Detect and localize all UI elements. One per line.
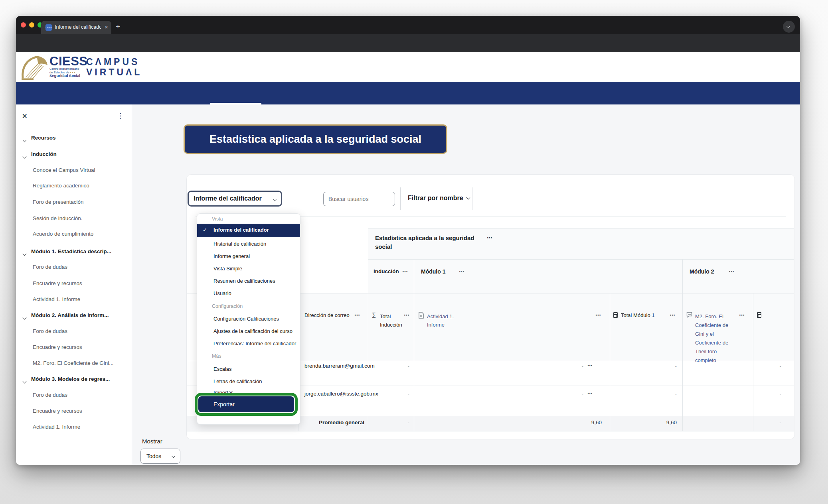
sidebar-section-recursos[interactable]: Recursos — [31, 135, 56, 141]
cell-value[interactable]: - — [559, 363, 583, 369]
col-m2-foro-menu-icon[interactable]: ⋯ — [739, 312, 745, 318]
col-total-induccion-header: Total Inducción — [380, 312, 404, 329]
cell-menu-icon[interactable]: ⋯ — [587, 362, 593, 368]
table-course-header: Estadística aplicada a la seguridad soci… — [375, 234, 479, 251]
browser-window: CIESS Informe del calificador | Estad × … — [16, 16, 800, 465]
search-users-input[interactable] — [323, 192, 395, 206]
controls-divider-2 — [472, 187, 472, 210]
check-icon: ✓ — [203, 227, 207, 233]
group-modulo1-menu-icon[interactable]: ⋯ — [459, 268, 465, 274]
page-title: Estadística aplicada a la seguridad soci… — [184, 124, 447, 154]
menu-item-vista-simple[interactable]: Vista Simple — [213, 266, 242, 272]
cell-value[interactable]: - — [761, 391, 781, 397]
minimize-window-button[interactable] — [29, 22, 34, 28]
export-highlight-box: Exportar — [195, 393, 298, 416]
browser-tab-bar: CIESS Informe del calificador | Estad × … — [16, 16, 800, 34]
new-tab-button[interactable]: + — [116, 23, 120, 30]
course-header-menu-icon[interactable]: ⋯ — [487, 234, 493, 241]
tab-search-button[interactable] — [783, 21, 795, 33]
filter-by-name-button[interactable]: Filtrar por nombre — [408, 195, 470, 202]
col-m2-foro-link[interactable]: M2. Foro. El Coeficiente de Gini y el Co… — [695, 312, 737, 365]
sidebar-item[interactable]: Reglamento académico — [33, 183, 89, 189]
sidebar-section-modulo2[interactable]: Módulo 2. Análisis de inform... — [31, 312, 109, 318]
sidebar-item[interactable]: Encuadre y recursos — [33, 408, 82, 414]
cell-value[interactable]: - — [387, 391, 409, 397]
menu-item-usuario[interactable]: Usuario — [213, 290, 231, 296]
sidebar-section-modulo3[interactable]: Módulo 3. Modelos de regres... — [31, 376, 110, 382]
menu-section-mas: Más — [212, 353, 221, 359]
cell-value[interactable]: - — [559, 391, 583, 397]
sidebar-item[interactable]: Foro de dudas — [33, 392, 67, 398]
brand-name: CIESS — [49, 55, 88, 67]
sidebar-item[interactable]: Conoce el Campus Virtual — [33, 167, 95, 173]
group-induccion: Inducción — [373, 268, 399, 274]
menu-item-letras[interactable]: Letras de calificación — [213, 378, 262, 384]
site-favicon: CIESS — [45, 24, 52, 31]
sigma-icon: ∑ — [372, 311, 376, 318]
col-total-modulo1-header: Total Módulo 1 — [621, 312, 655, 318]
sidebar-item[interactable]: Encuadre y recursos — [33, 344, 82, 350]
forum-icon — [686, 312, 692, 318]
close-drawer-icon[interactable]: × — [22, 112, 27, 120]
cell-value[interactable]: - — [761, 363, 781, 369]
menu-item-historial[interactable]: Historial de calificación — [213, 241, 266, 247]
col-actividad1-link[interactable]: Actividad 1. Informe — [427, 312, 460, 329]
assignment-icon — [418, 312, 424, 319]
menu-item-informe-general[interactable]: Informe general — [213, 253, 250, 259]
show-select[interactable]: Todos — [140, 449, 180, 464]
menu-item-exportar[interactable]: Exportar — [198, 396, 294, 412]
sidebar-item[interactable]: Actividad 1. Informe — [33, 296, 80, 302]
col-actividad1-menu-icon[interactable]: ⋯ — [595, 312, 601, 318]
show-label: Mostrar — [142, 438, 162, 445]
menu-item-resumen[interactable]: Resumen de calificaciones — [213, 278, 275, 284]
site-header: CIESS Centro Interamericano de Estudios … — [16, 52, 800, 82]
col-total-modulo1-menu-icon[interactable]: ⋯ — [670, 312, 676, 318]
tab-close-icon[interactable]: × — [105, 24, 108, 30]
footer-value: 9,60 — [651, 419, 677, 425]
footer-value: 9,60 — [575, 419, 602, 425]
sidebar-item[interactable]: M2. Foro. El Coeficiente de Gini... — [33, 360, 114, 366]
campus-virtual-logo: CΛMPUS VIRTUΛL — [86, 57, 142, 77]
sidebar-item[interactable]: Actividad 1. Informe — [33, 424, 80, 430]
report-view-select[interactable]: Informe del calificador — [188, 191, 282, 207]
controls-divider — [400, 187, 401, 210]
sidebar-section-induccion[interactable]: Inducción — [31, 151, 57, 157]
menu-item-preferencias[interactable]: Preferencias: Informe del calificador — [213, 341, 296, 346]
col-email-menu-icon[interactable]: ⋯ — [354, 312, 360, 318]
sidebar-item[interactable]: Foro de dudas — [33, 328, 67, 334]
col-email-header: Dirección de correo — [304, 312, 350, 318]
browser-tab[interactable]: CIESS Informe del calificador | Estad × — [41, 21, 111, 34]
col-total-induccion-menu-icon[interactable]: ⋯ — [404, 312, 410, 318]
cell-menu-icon[interactable]: ⋯ — [587, 390, 593, 396]
group-induccion-menu-icon[interactable]: ⋯ — [402, 268, 408, 274]
cell-value[interactable]: - — [654, 363, 677, 369]
group-modulo1: Módulo 1 — [421, 268, 445, 275]
sidebar-item[interactable]: Encuadre y recursos — [33, 280, 82, 286]
sidebar-item[interactable]: Foro de dudas — [33, 264, 67, 270]
menu-item-escalas[interactable]: Escalas — [213, 366, 232, 372]
close-window-button[interactable] — [21, 22, 26, 28]
menu-item-informe-calificador[interactable]: ✓ Informe del calificador — [197, 224, 300, 237]
footer-value: - — [761, 419, 781, 425]
menu-item-config-calificaciones[interactable]: Configuración Calificaciones — [213, 316, 279, 322]
tab-title: Informe del calificador | Estad — [55, 24, 101, 30]
brand-block[interactable]: CIESS Centro Interamericano de Estudios … — [49, 55, 88, 78]
group-modulo2-menu-icon[interactable]: ⋯ — [729, 268, 735, 274]
calculator-icon-cut — [757, 312, 762, 318]
row-email: brenda.barreram@gmail.com — [304, 363, 375, 369]
menu-item-ajustes-curso[interactable]: Ajustes de la calificación del curso — [213, 328, 292, 334]
menu-section-configuracion: Configuración — [212, 303, 243, 309]
sidebar-item[interactable]: Sesión de inducción. — [33, 215, 83, 221]
course-navbar: Curso Configuración Participantes Califi… — [16, 82, 800, 104]
cell-value[interactable]: - — [387, 363, 409, 369]
row-email: jorge.caballero@issste.gob.mx — [304, 391, 378, 397]
sidebar-item[interactable]: Foro de presentación — [33, 199, 84, 205]
calculator-icon — [613, 312, 618, 318]
sidebar-section-modulo1[interactable]: Módulo 1. Estadística descrip... — [31, 248, 111, 254]
cell-value[interactable]: - — [654, 391, 677, 397]
drawer-kebab-icon[interactable]: ⋮ — [117, 112, 124, 120]
ciess-harp-logo — [19, 55, 48, 80]
browser-toolbar: ← → ↻ campusvirtual.ciess.org/grade/repo… — [16, 34, 800, 52]
sidebar-item[interactable]: Acuerdo de cumplimiento — [33, 231, 93, 237]
menu-section-vista: Vista — [212, 216, 223, 222]
